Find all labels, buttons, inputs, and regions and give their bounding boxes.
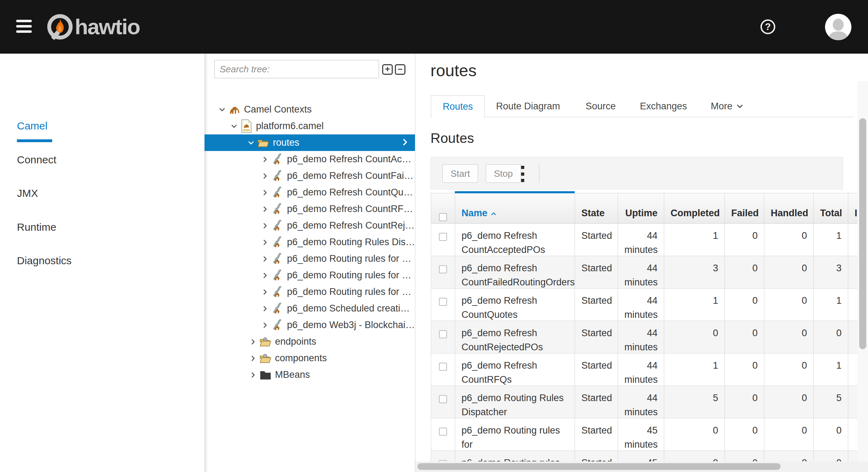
tree-caret-right-icon[interactable] (262, 223, 269, 229)
tree-caret-down-icon[interactable] (219, 107, 226, 113)
jmx-tree-panel: + − Camel Contextsplatform6.camelroutesp… (204, 54, 415, 472)
hamburger-menu-icon[interactable] (16, 20, 32, 34)
tree-node-p6-demo-scheduled-creati-[interactable]: p6_demo Scheduled creati… (204, 300, 415, 317)
route-icon (271, 320, 283, 331)
tree-node-p6-demo-web3j-blockchai-[interactable]: p6_demo Web3j - Blockchai… (204, 317, 415, 333)
sidebar-item-jmx[interactable]: JMX (17, 187, 38, 199)
stop-button[interactable]: Stop (486, 164, 521, 183)
tree-caret-down-icon[interactable] (247, 140, 255, 146)
cell-partial (848, 353, 858, 386)
tree-node-mbeans[interactable]: MBeans (204, 367, 415, 383)
tree-caret-right-icon[interactable] (262, 256, 269, 262)
sidebar-item-camel[interactable]: Camel (17, 120, 48, 132)
tree-caret-right-icon[interactable] (262, 173, 269, 179)
routes-toolbar: Start Stop (430, 157, 843, 189)
tree-search-input[interactable] (214, 60, 379, 78)
cell-name: p6_demo RefreshCountAcceptedPOs (455, 224, 575, 256)
tree-node-camel-contexts[interactable]: Camel Contexts (204, 101, 415, 118)
tree-node-p6-demo-refresh-countqu-[interactable]: p6_demo Refresh CountQu… (204, 184, 415, 201)
cell-uptime: 44minutes (618, 321, 664, 353)
row-checkbox[interactable] (431, 353, 455, 386)
table-row[interactable]: p6_demo Routing RulesDispatcherStarted44… (431, 386, 858, 418)
tree-node-p6-demo-routing-rules-dis-[interactable]: p6_demo Routing Rules Dis… (204, 234, 415, 250)
tree-caret-right-icon[interactable] (250, 339, 257, 345)
tree-node-p6-demo-refresh-countrf-[interactable]: p6_demo Refresh CountRF… (204, 201, 415, 217)
user-avatar[interactable] (825, 14, 851, 40)
tree-node-label: p6_demo Refresh CountFai… (287, 170, 414, 181)
tree-node-endpoints[interactable]: endpoints (204, 333, 415, 350)
tree-caret-right-icon[interactable] (250, 356, 257, 361)
tab-label: Source (586, 101, 616, 112)
row-checkbox[interactable] (431, 289, 455, 321)
cell-state: Started (575, 224, 618, 256)
table-row[interactable]: p6_demo RefreshCountRFQsStarted44minutes… (431, 353, 858, 386)
tree-caret-down-icon[interactable] (231, 123, 238, 129)
tree-caret-right-icon[interactable] (250, 372, 257, 378)
sidebar-item-connect[interactable]: Connect (17, 154, 56, 166)
column-header-state[interactable]: State (575, 193, 618, 223)
sidebar-item-diagnostics[interactable]: Diagnostics (17, 255, 72, 267)
tree-caret-right-icon[interactable] (262, 273, 269, 278)
row-checkbox[interactable] (431, 224, 455, 256)
vertical-scrollbar-thumb[interactable] (859, 118, 866, 349)
route-icon (271, 170, 283, 182)
tree-caret-right-icon[interactable] (262, 322, 269, 328)
side-nav: CamelConnectJMXRuntimeDiagnostics (0, 54, 204, 472)
column-header-handled[interactable]: Handled (764, 193, 814, 223)
column-header-total[interactable]: Total (814, 193, 848, 223)
tree-node-label: components (275, 353, 327, 364)
table-row[interactable]: p6_demo Routing rules forStarted450000 (431, 451, 858, 462)
column-header-failed[interactable]: Failed (725, 193, 764, 223)
row-checkbox[interactable] (431, 321, 455, 353)
page-title: routes (430, 61, 477, 80)
column-header-i[interactable]: I (848, 193, 858, 223)
tree-caret-right-icon[interactable] (262, 240, 269, 245)
cell-name: p6_demo RefreshCountFailedRoutingOrders (455, 256, 575, 288)
row-checkbox[interactable] (431, 386, 455, 418)
column-header-completed[interactable]: Completed (664, 193, 725, 223)
cell-failed: 0 (725, 451, 764, 462)
tree-node-label: p6_demo Routing rules for … (287, 253, 411, 264)
table-row[interactable]: p6_demo RefreshCountQuotesStarted44minut… (431, 289, 858, 321)
tree-caret-right-icon[interactable] (262, 289, 269, 295)
tree-node-components[interactable]: components (204, 350, 415, 367)
sidebar-item-runtime[interactable]: Runtime (17, 221, 56, 233)
table-row[interactable]: p6_demo Routing rules forPurchase Orders… (431, 418, 858, 451)
cell-total: 1 (814, 353, 848, 386)
tree-caret-right-icon[interactable] (262, 306, 269, 311)
tab-routes[interactable]: Routes (431, 95, 485, 118)
cell-total: 0 (814, 451, 848, 462)
table-row[interactable]: p6_demo RefreshCountFailedRoutingOrdersS… (431, 256, 858, 289)
tab-source[interactable]: Source (586, 95, 616, 117)
row-checkbox[interactable] (431, 451, 455, 462)
table-row[interactable]: p6_demo RefreshCountRejectedPOsStarted44… (431, 321, 858, 353)
tree-node-routes[interactable]: routes (204, 134, 415, 151)
table-row[interactable]: p6_demo RefreshCountAcceptedPOsStarted44… (431, 224, 858, 256)
tree-node-p6-demo-routing-rules-for-[interactable]: p6_demo Routing rules for … (204, 284, 415, 300)
kebab-menu-icon[interactable] (521, 166, 527, 182)
tree-caret-right-icon[interactable] (262, 190, 269, 195)
tree-node-p6-demo-refresh-countfai-[interactable]: p6_demo Refresh CountFai… (204, 168, 415, 184)
column-header-uptime[interactable]: Uptime (618, 193, 664, 223)
tree-node-p6-demo-refresh-countrej-[interactable]: p6_demo Refresh CountRej… (204, 217, 415, 234)
collapse-all-button[interactable]: − (395, 64, 405, 75)
tree-node-p6-demo-routing-rules-for-[interactable]: p6_demo Routing rules for … (204, 267, 415, 284)
node-drilldown-chevron-icon[interactable] (402, 137, 409, 148)
tree-caret-right-icon[interactable] (262, 157, 269, 162)
select-all-checkbox[interactable] (431, 193, 455, 223)
row-checkbox[interactable] (431, 418, 455, 450)
help-icon[interactable]: ? (760, 19, 775, 34)
tree-node-p6-demo-routing-rules-for-[interactable]: p6_demo Routing rules for … (204, 250, 415, 267)
horizontal-scrollbar-thumb[interactable] (417, 463, 781, 470)
expand-all-button[interactable]: + (382, 64, 393, 75)
cell-partial (848, 386, 858, 418)
tab-more[interactable]: More (711, 95, 743, 117)
tab-exchanges[interactable]: Exchanges (640, 95, 687, 117)
start-button[interactable]: Start (442, 164, 478, 183)
tree-node-platform6-camel[interactable]: platform6.camel (204, 118, 415, 134)
tree-node-p6-demo-refresh-countac-[interactable]: p6_demo Refresh CountAc… (204, 151, 415, 168)
column-header-name[interactable]: Name (455, 193, 575, 223)
tree-caret-right-icon[interactable] (262, 206, 269, 212)
tab-route-diagram[interactable]: Route Diagram (496, 95, 560, 117)
row-checkbox[interactable] (431, 256, 455, 288)
